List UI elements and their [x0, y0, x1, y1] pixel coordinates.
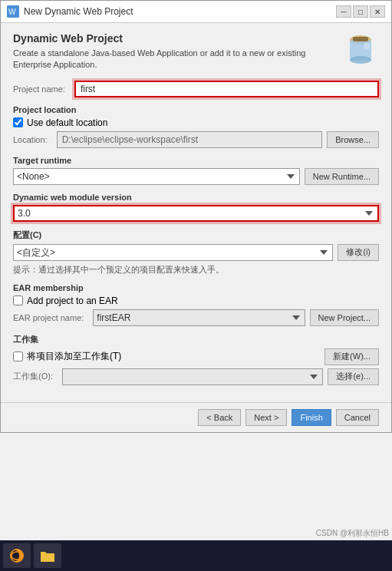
dynamic-web-module-section: Dynamic web module version 3.0 2.5 2.4 2…	[13, 193, 379, 222]
dialog-title-section: Dynamic Web Project Create a standalone …	[13, 32, 334, 71]
new-working-set-button[interactable]: 新建(W)...	[324, 348, 379, 365]
close-button[interactable]: ✕	[370, 5, 385, 18]
folder-icon	[40, 548, 55, 563]
maximize-button[interactable]: □	[353, 5, 368, 18]
add-to-working-set-label: 将项目添加至工作集(T)	[27, 350, 121, 363]
ear-membership-label: EAR membership	[13, 283, 379, 292]
configuration-label: 配置(C)	[13, 229, 379, 241]
back-button[interactable]: < Back	[198, 409, 241, 426]
minimize-button[interactable]: ─	[336, 5, 351, 18]
svg-text:W: W	[8, 8, 16, 16]
target-runtime-section: Target runtime <None> New Runtime...	[13, 156, 379, 185]
working-sets-label: 工作集	[13, 334, 379, 345]
dynamic-web-module-row: 3.0 2.5 2.4 2.3	[13, 205, 379, 222]
dialog-header: Dynamic Web Project Create a standalone …	[13, 32, 379, 71]
title-bar-controls: ─ □ ✕	[336, 5, 385, 18]
configuration-section: 配置(C) <自定义> 修改(i) 提示：通过选择其中一个预定义的项目配置来快速…	[13, 229, 379, 276]
taskbar	[0, 540, 392, 571]
dynamic-web-module-label: Dynamic web module version	[13, 193, 379, 202]
project-name-section: Project name:	[13, 81, 379, 97]
location-label: Location:	[13, 135, 48, 144]
select-working-set-button[interactable]: 选择(e)...	[328, 368, 379, 385]
target-runtime-select[interactable]: <None>	[13, 168, 300, 185]
finish-button[interactable]: Finish	[292, 409, 331, 426]
title-bar-text: New Dynamic Web Project	[24, 6, 331, 17]
taskbar-eclipse[interactable]	[3, 543, 31, 568]
browse-button[interactable]: Browse...	[327, 131, 379, 148]
location-row: Location: Browse...	[13, 131, 379, 148]
project-location-section: Project location Use default location Lo…	[13, 105, 379, 148]
dynamic-web-module-select[interactable]: 3.0 2.5 2.4 2.3	[13, 205, 379, 222]
title-bar: W New Dynamic Web Project ─ □ ✕	[1, 1, 391, 23]
dialog-content: Dynamic Web Project Create a standalone …	[1, 23, 391, 402]
working-set-row: 工作集(O): 选择(e)...	[13, 368, 379, 385]
watermark: CSDN @利那永恒HB	[316, 528, 389, 539]
dialog-description: Create a standalone Java-based Web Appli…	[13, 48, 334, 71]
svg-rect-5	[353, 37, 368, 41]
target-runtime-row: <None> New Runtime...	[13, 168, 379, 185]
add-to-working-set-row: 将项目添加至工作集(T) 新建(W)...	[13, 348, 379, 365]
jar-icon	[342, 32, 379, 69]
ear-project-name-row: EAR project name: firstEAR New Project..…	[13, 309, 379, 326]
use-default-location-row: Use default location	[13, 117, 379, 128]
new-runtime-button[interactable]: New Runtime...	[305, 168, 379, 185]
project-name-row: Project name:	[13, 81, 379, 97]
modify-button[interactable]: 修改(i)	[338, 244, 379, 261]
ear-project-name-label: EAR project name:	[13, 313, 84, 322]
cancel-button[interactable]: Cancel	[336, 409, 379, 426]
add-to-working-set-checkbox[interactable]	[13, 352, 23, 361]
project-location-label: Project location	[13, 105, 379, 114]
working-set-label: 工作集(O):	[13, 371, 53, 382]
working-sets-section: 工作集 将项目添加至工作集(T) 新建(W)... 工作集(O): 选择(e).…	[13, 334, 379, 385]
project-name-input[interactable]	[74, 81, 379, 97]
window-icon: W	[7, 5, 19, 18]
configuration-select[interactable]: <自定义>	[13, 244, 333, 261]
eclipse-icon	[9, 548, 25, 563]
configuration-row: <自定义> 修改(i)	[13, 244, 379, 261]
next-button[interactable]: Next >	[245, 409, 287, 426]
location-input	[57, 131, 322, 148]
ear-project-name-select: firstEAR	[93, 309, 305, 326]
add-to-ear-row: Add project to an EAR	[13, 295, 379, 306]
working-set-select	[62, 368, 323, 385]
add-to-ear-label: Add project to an EAR	[27, 295, 118, 306]
target-runtime-label: Target runtime	[13, 156, 379, 165]
use-default-checkbox[interactable]	[13, 117, 23, 127]
svg-point-6	[364, 42, 370, 50]
project-name-label: Project name:	[13, 84, 65, 94]
new-project-button[interactable]: New Project...	[310, 309, 379, 326]
bottom-bar: < Back Next > Finish Cancel	[1, 402, 391, 432]
add-to-ear-checkbox[interactable]	[13, 295, 23, 305]
use-default-label: Use default location	[27, 117, 107, 128]
ear-membership-section: EAR membership Add project to an EAR EAR…	[13, 283, 379, 326]
taskbar-folder[interactable]	[34, 543, 61, 568]
dialog-title: Dynamic Web Project	[13, 32, 334, 45]
configuration-hint: 提示：通过选择其中一个预定义的项目配置来快速入手。	[13, 264, 379, 276]
main-window: W New Dynamic Web Project ─ □ ✕ Dynamic …	[0, 0, 392, 433]
svg-point-4	[350, 56, 371, 64]
